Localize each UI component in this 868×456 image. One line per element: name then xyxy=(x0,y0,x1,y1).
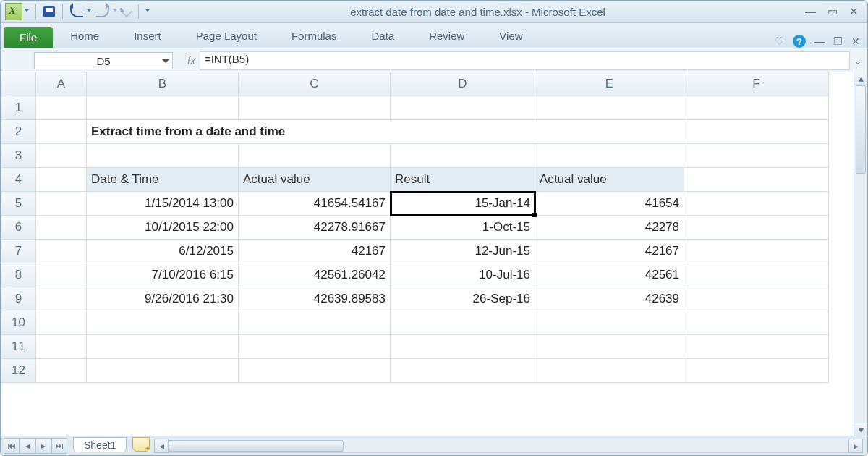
sheet-title[interactable]: Extract time from a date and time xyxy=(87,120,684,144)
file-tab[interactable]: File xyxy=(4,27,53,48)
row-header-4[interactable]: 4 xyxy=(1,168,36,192)
last-sheet-icon[interactable]: ⏭ xyxy=(51,438,67,454)
workbook-close-icon[interactable]: ✕ xyxy=(851,35,860,47)
row-header-12[interactable]: 12 xyxy=(1,359,36,383)
vscroll-thumb[interactable] xyxy=(856,85,866,174)
quick-access-toolbar xyxy=(33,4,150,19)
tab-view[interactable]: View xyxy=(482,24,540,48)
undo-dropdown-icon[interactable] xyxy=(86,9,92,14)
horizontal-scrollbar[interactable]: ◂ ▸ xyxy=(154,439,863,453)
cell-d5[interactable]: 15-Jan-14 xyxy=(391,192,535,216)
name-box-dropdown-icon[interactable] xyxy=(162,59,169,67)
new-sheet-icon[interactable] xyxy=(132,437,150,452)
tab-home[interactable]: Home xyxy=(53,24,116,48)
repeat-icon[interactable] xyxy=(121,6,133,18)
row-header-10[interactable]: 10 xyxy=(1,311,36,335)
tab-review[interactable]: Review xyxy=(412,24,482,48)
minimize-ribbon-icon[interactable]: ♡ xyxy=(775,35,784,48)
col-header-d[interactable]: D xyxy=(391,72,535,96)
cell[interactable]: 42639 xyxy=(535,287,684,311)
cell[interactable]: 42561.26042 xyxy=(239,263,391,287)
select-all-corner[interactable] xyxy=(1,72,36,96)
hscroll-track[interactable] xyxy=(169,439,848,453)
table-header-date-time[interactable]: Date & Time xyxy=(87,168,239,192)
excel-window: extract date from date and time.xlsx - M… xyxy=(0,0,868,456)
cell[interactable]: 1-Oct-15 xyxy=(391,216,535,240)
cell[interactable]: 1/15/2014 13:00 xyxy=(87,192,239,216)
cell[interactable]: 12-Jun-15 xyxy=(391,240,535,263)
save-icon[interactable] xyxy=(43,6,55,17)
row-header-7[interactable]: 7 xyxy=(1,240,36,263)
table-header-result[interactable]: Result xyxy=(391,168,535,192)
row-header-3[interactable]: 3 xyxy=(1,144,36,168)
cell[interactable]: 26-Sep-16 xyxy=(391,287,535,311)
row-header-2[interactable]: 2 xyxy=(1,120,36,144)
row-header-1[interactable]: 1 xyxy=(1,96,36,120)
scroll-right-icon[interactable]: ▸ xyxy=(848,439,863,453)
prev-sheet-icon[interactable]: ◂ xyxy=(20,438,35,454)
first-sheet-icon[interactable]: ⏮ xyxy=(4,438,20,454)
scroll-up-icon[interactable]: ▴ xyxy=(854,72,867,85)
app-menu-dropdown-icon[interactable] xyxy=(24,9,30,14)
help-icon[interactable]: ? xyxy=(793,35,806,48)
sheet-tab-bar: ⏮ ◂ ▸ ⏭ Sheet1 ◂ ▸ xyxy=(1,436,867,455)
maximize-icon[interactable]: ▭ xyxy=(827,5,838,18)
tab-formulas[interactable]: Formulas xyxy=(274,24,354,48)
cell[interactable]: 9/26/2016 21:30 xyxy=(87,287,239,311)
table-header-actual2[interactable]: Actual value xyxy=(535,168,684,192)
qat-customize-dropdown-icon[interactable] xyxy=(145,9,150,14)
name-box[interactable]: D5 xyxy=(34,52,173,69)
table-header-actual1[interactable]: Actual value xyxy=(239,168,391,192)
title-bar: extract date from date and time.xlsx - M… xyxy=(1,1,867,23)
row-header-9[interactable]: 9 xyxy=(1,287,36,311)
row-header-6[interactable]: 6 xyxy=(1,216,36,240)
tab-page-layout[interactable]: Page Layout xyxy=(179,24,274,48)
col-header-f[interactable]: F xyxy=(684,72,829,96)
formula-bar: D5 fx =INT(B5) ⌄ xyxy=(1,48,867,74)
workbook-minimize-icon[interactable]: — xyxy=(814,35,825,47)
cell[interactable]: 42639.89583 xyxy=(239,287,391,311)
vertical-scrollbar[interactable]: ▴ ▾ xyxy=(854,72,867,436)
scroll-left-icon[interactable]: ◂ xyxy=(154,439,169,453)
col-header-a[interactable]: A xyxy=(36,72,87,96)
window-title: extract date from date and time.xlsx - M… xyxy=(150,6,805,18)
excel-logo-icon xyxy=(5,3,22,20)
cell[interactable]: 41654 xyxy=(535,192,684,216)
cell[interactable]: 42167 xyxy=(239,240,391,263)
cell[interactable]: 7/10/2016 6:15 xyxy=(87,263,239,287)
worksheet-grid[interactable]: A B C D E F 1 2 Extract time from a date… xyxy=(1,72,854,436)
sheet-tab-sheet1[interactable]: Sheet1 xyxy=(73,437,127,452)
col-header-e[interactable]: E xyxy=(535,72,684,96)
cell[interactable]: 10-Jul-16 xyxy=(391,263,535,287)
col-header-b[interactable]: B xyxy=(87,72,239,96)
expand-formula-bar-icon[interactable]: ⌄ xyxy=(853,55,863,67)
workbook-restore-icon[interactable]: ❐ xyxy=(833,35,843,47)
close-icon[interactable]: ✕ xyxy=(849,5,859,18)
cell[interactable]: 41654.54167 xyxy=(239,192,391,216)
col-header-c[interactable]: C xyxy=(239,72,391,96)
hscroll-thumb[interactable] xyxy=(169,440,344,452)
next-sheet-icon[interactable]: ▸ xyxy=(35,438,51,454)
row-header-11[interactable]: 11 xyxy=(1,335,36,359)
tab-insert[interactable]: Insert xyxy=(116,24,179,48)
row-header-5[interactable]: 5 xyxy=(1,192,36,216)
minimize-icon[interactable]: — xyxy=(805,5,816,18)
scroll-down-icon[interactable]: ▾ xyxy=(854,423,867,436)
tab-data[interactable]: Data xyxy=(354,24,412,48)
ribbon: File Home Insert Page Layout Formulas Da… xyxy=(1,23,867,48)
cell[interactable]: 10/1/2015 22:00 xyxy=(87,216,239,240)
cell[interactable]: 42561 xyxy=(535,263,684,287)
cell[interactable]: 6/12/2015 xyxy=(87,240,239,263)
name-box-value: D5 xyxy=(96,55,110,67)
row-header-8[interactable]: 8 xyxy=(1,263,36,287)
vscroll-track[interactable] xyxy=(854,85,867,423)
cell[interactable]: 42278 xyxy=(535,216,684,240)
formula-input[interactable]: =INT(B5) xyxy=(200,51,850,70)
cell[interactable]: 42167 xyxy=(535,240,684,263)
undo-icon[interactable] xyxy=(70,6,83,17)
redo-icon[interactable] xyxy=(96,6,109,17)
cell[interactable]: 42278.91667 xyxy=(239,216,391,240)
fx-icon[interactable]: fx xyxy=(187,55,195,67)
